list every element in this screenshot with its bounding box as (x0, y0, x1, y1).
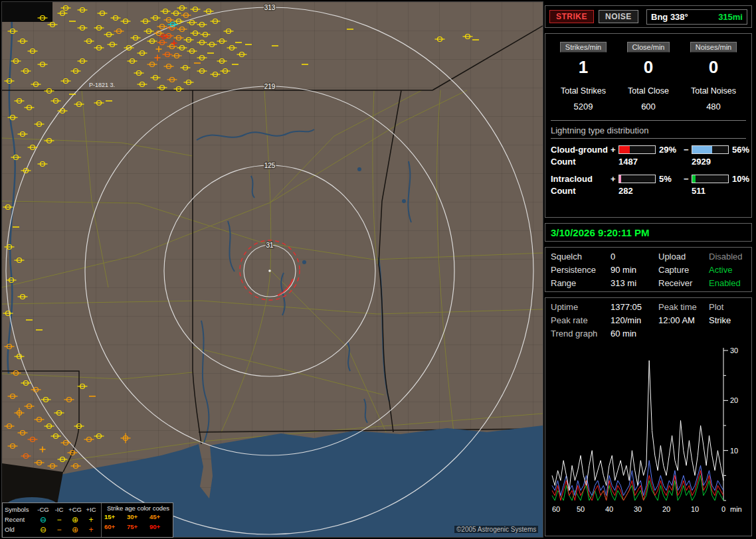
copyright-text: ©2005 Astrogenic Systems (454, 526, 538, 533)
statistics-panel: Strikes/min 1 Total Strikes 5209 Close/m… (545, 33, 752, 218)
cg-minus-count: 2929 (692, 157, 729, 167)
close-per-min-badge[interactable]: Close/min (627, 42, 670, 52)
station-label: P-1821 3. (89, 82, 115, 88)
total-close-value: 600 (616, 102, 681, 112)
datetime-value: 3/10/2026 9:20:11 PM (551, 227, 649, 238)
receiver-status: Enabled (709, 278, 746, 288)
squelch-label: Squelch (551, 252, 611, 262)
bearing-readout: Bng 338° 315mi (646, 9, 747, 25)
squelch-value: 0 (611, 252, 658, 262)
range-ring-label: 219 (264, 83, 276, 90)
age-15: 15+ (104, 513, 127, 520)
persistence-value: 90 min (611, 265, 658, 275)
noises-per-min-badge[interactable]: Noises/min (690, 42, 737, 52)
legend-symbols-header: Symbols (5, 506, 35, 513)
peak-rate-label: Peak rate (551, 315, 611, 325)
distribution-header: Lightning type distribution (551, 125, 746, 139)
uptime-value: 1377:05 (611, 302, 658, 312)
trend-graph-label: Trend graph (551, 329, 611, 339)
age-75: 75+ (127, 523, 149, 530)
station-dot (268, 270, 271, 272)
age-30: 30+ (127, 513, 149, 520)
count-label: Count (551, 157, 611, 167)
cg-plus-pct: 29% (656, 145, 684, 155)
datetime-panel: 3/10/2026 9:20:11 PM (545, 223, 752, 242)
map-canvas: 31321912531 P-1821 3. (2, 2, 543, 537)
svg-text:20: 20 (662, 505, 670, 513)
intracloud-row: Intracloud + 5% − 10% (551, 174, 746, 184)
plot-value: Strike (709, 315, 746, 325)
svg-text:60: 60 (552, 505, 560, 513)
age-45: 45+ (149, 513, 172, 520)
strike-mode-button[interactable]: STRIKE (549, 10, 594, 23)
settings-panel: Squelch 0 Upload Disabled Persistence 90… (545, 247, 752, 292)
trend-series-strikes (552, 360, 723, 491)
trend-series-noises (552, 475, 723, 501)
strikes-column: Strikes/min 1 Total Strikes 5209 (551, 40, 616, 112)
receiver-label: Receiver (658, 278, 709, 288)
strikes-per-min-value: 1 (551, 57, 616, 78)
cloud-ground-row: Cloud-ground + 29% − 56% (551, 145, 746, 155)
bearing-value: Bng 338° (651, 12, 688, 22)
legend-recent-label: Recent (5, 516, 35, 523)
svg-text:40: 40 (605, 505, 613, 513)
cloud-ground-count-row: Count 1487 2929 (551, 157, 746, 167)
intracloud-label: Intracloud (551, 174, 611, 184)
legend-symbols-section: Symbols -CG -IC +CG +IC Recent ⊖ − ⊕ + O… (3, 503, 102, 537)
range-ring-label: 125 (264, 162, 276, 169)
legend-age-section: Strike age color codes 15+ 30+ 45+ 60+ 7… (102, 503, 175, 537)
cg-plus-recent-icon: ⊕ (67, 516, 83, 523)
noise-mode-button[interactable]: NOISE (599, 10, 638, 23)
svg-text:20: 20 (730, 396, 738, 404)
svg-text:30: 30 (634, 505, 642, 513)
svg-text:0: 0 (721, 505, 725, 513)
capture-status: Active (709, 265, 746, 275)
map-legend: Symbols -CG -IC +CG +IC Recent ⊖ − ⊕ + O… (2, 502, 173, 538)
minus-sign: − (684, 145, 692, 155)
status-trend-panel: Uptime 1377:05 Peak time Plot Peak rate … (545, 297, 752, 536)
cg-minus-recent-icon: ⊖ (35, 516, 51, 523)
total-noises-value: 480 (681, 102, 746, 112)
count-label: Count (551, 186, 611, 196)
close-per-min-value: 0 (616, 57, 681, 78)
legend-col-cg-minus: -CG (35, 506, 51, 513)
plot-label: Plot (709, 302, 746, 312)
legend-age-header: Strike age color codes (104, 504, 172, 512)
ic-minus-bar (692, 175, 729, 183)
svg-text:10: 10 (691, 505, 699, 513)
ic-plus-count: 282 (618, 186, 656, 196)
legend-col-ic-minus: -IC (51, 506, 67, 513)
ic-plus-old-icon: + (83, 526, 99, 533)
legend-old-label: Old (5, 526, 35, 533)
age-90: 90+ (149, 523, 172, 530)
strikes-per-min-badge[interactable]: Strikes/min (560, 42, 607, 52)
range-ring-label: 313 (264, 4, 276, 11)
trend-graph-window: 60 min (611, 329, 658, 339)
minus-sign: − (684, 174, 692, 184)
svg-text:50: 50 (577, 505, 585, 513)
total-strikes-value: 5209 (551, 102, 616, 112)
ic-plus-pct: 5% (656, 174, 684, 184)
cloud-ground-label: Cloud-ground (551, 145, 611, 155)
trend-graph: 1020306050403020100min (551, 346, 747, 518)
age-60: 60+ (104, 523, 127, 530)
plus-sign: + (611, 174, 618, 184)
ic-minus-old-icon: − (51, 526, 67, 533)
noises-column: Noises/min 0 Total Noises 480 (681, 40, 746, 112)
ic-plus-bar (618, 175, 656, 183)
total-noises-label: Total Noises (681, 86, 746, 96)
total-strikes-label: Total Strikes (551, 86, 616, 96)
legend-col-cg-plus: +CG (67, 506, 83, 513)
peak-time-value: 12:00 AM (658, 315, 709, 325)
upload-status: Disabled (709, 252, 746, 262)
persistence-label: Persistence (551, 265, 611, 275)
cg-plus-bar (618, 145, 656, 154)
ic-minus-recent-icon: − (51, 516, 67, 523)
peak-time-label: Peak time (658, 302, 709, 312)
lightning-map[interactable]: 31321912531 P-1821 3. (1, 1, 543, 538)
svg-text:10: 10 (730, 447, 738, 455)
capture-label: Capture (658, 265, 709, 275)
noises-per-min-value: 0 (681, 57, 746, 78)
uptime-label: Uptime (551, 302, 611, 312)
ic-minus-count: 511 (692, 186, 729, 196)
